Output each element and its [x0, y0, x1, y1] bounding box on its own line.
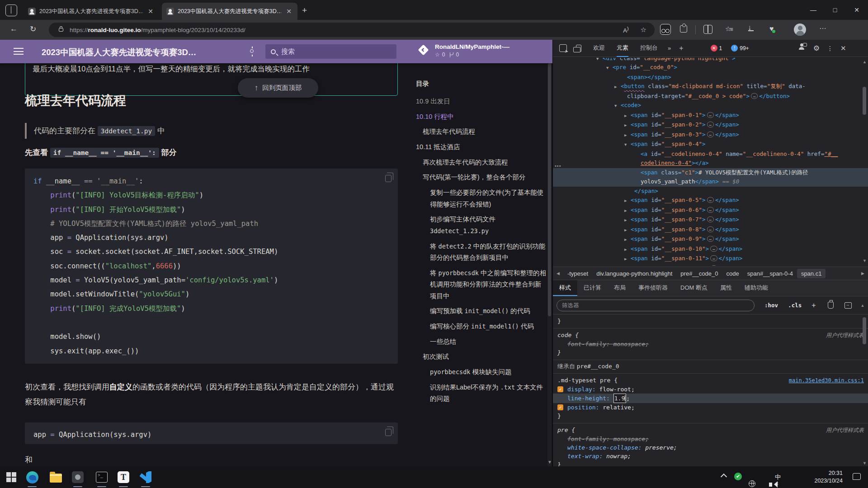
- feedback-icon[interactable]: [799, 47, 804, 50]
- dom-tree-row[interactable]: ▶<span id="__span-0-7">…</span>: [553, 215, 868, 225]
- window-minimize-button[interactable]: —: [803, 0, 824, 20]
- toc-item[interactable]: 一些总结: [416, 336, 547, 348]
- taskbar-file-explorer-icon[interactable]: [49, 470, 62, 484]
- stylesheet-link[interactable]: main.35e1ed30.min.css:1: [789, 376, 864, 385]
- toggle-hover-state-button[interactable]: :hov: [764, 302, 778, 309]
- browser-tab-2-active[interactable]: 2023中国机器人大赛先进视觉专项赛3D… ✕: [162, 3, 297, 20]
- toc-item[interactable]: 编写核心部分 init_model1() 代码: [416, 321, 547, 333]
- toc-item[interactable]: 初步编写主体代码文件 3ddetect_1.23.py: [416, 214, 547, 237]
- read-aloud-icon[interactable]: A): [623, 26, 628, 34]
- breadcrumb-item[interactable]: pre#__code_0: [676, 269, 722, 278]
- split-screen-icon[interactable]: [703, 25, 712, 34]
- dom-tree-row[interactable]: ▶<span id="__span-0-6">…</span>: [553, 206, 868, 216]
- toc-item[interactable]: 将 pyorbbecsdk 中之前编写和整理的相机调用功能和分割算法的文件整合到…: [416, 267, 547, 302]
- dom-tree-row[interactable]: ▶<span id="__span-0-3">…</span>: [553, 130, 868, 140]
- breadcrumb-item[interactable]: code: [722, 269, 743, 278]
- taskbar-terminal-icon[interactable]: [95, 470, 108, 484]
- css-rule[interactable]: code {用户代理样式表font-family: monospace;}: [553, 328, 868, 360]
- css-property[interactable]: white-space-collapse: preserve;: [557, 443, 864, 452]
- downloads-icon[interactable]: ↓: [748, 23, 751, 32]
- styles-scroll-up-icon[interactable]: ▲: [861, 303, 865, 308]
- breadcrumb-left-icon[interactable]: ◀: [553, 271, 563, 276]
- css-property[interactable]: text-wrap: nowrap;: [557, 452, 864, 460]
- breadcrumb-item[interactable]: -typeset: [563, 269, 592, 278]
- styles-tab-3[interactable]: 事件侦听器: [632, 280, 674, 296]
- toc-item[interactable]: 写代码(第一轮比赛)，整合各个部分: [416, 172, 547, 183]
- styles-scrollbar[interactable]: ▼: [862, 316, 867, 465]
- toc-item[interactable]: 10.9 出发日: [416, 96, 547, 108]
- panel-icon[interactable]: [844, 302, 852, 309]
- toc-item[interactable]: 将 detect2.2 中的队友打包的识别功能部分的代码整合到新项目中: [416, 241, 547, 264]
- tab-actions-icon[interactable]: [5, 5, 17, 16]
- start-button[interactable]: [5, 470, 18, 484]
- browser-menu-icon[interactable]: …: [819, 23, 827, 31]
- browser-essentials-icon[interactable]: ♥: [769, 25, 774, 33]
- styles-tab-0[interactable]: 样式: [553, 280, 577, 296]
- dom-tree-row[interactable]: yolov5_yaml_path</span> == $0: [553, 177, 868, 187]
- element-row-menu-icon[interactable]: •••: [555, 163, 561, 169]
- gitee-repo-icon[interactable]: [418, 44, 429, 55]
- breadcrumb-right-icon[interactable]: ▶: [858, 271, 868, 276]
- css-property[interactable]: ✓display: flow-root;: [557, 385, 864, 394]
- elements-scrollbar[interactable]: ▲▼: [862, 60, 867, 263]
- dom-tree-row[interactable]: ▼<pre id="__code_0">: [553, 63, 868, 73]
- toc-item[interactable]: 再次梳理去年代码的大致流程: [416, 157, 547, 169]
- toc-item[interactable]: 10.11 抵达酒店: [416, 141, 547, 153]
- devtools-settings-icon[interactable]: ⚙: [813, 44, 820, 52]
- styles-filter-input[interactable]: 筛选器: [557, 300, 755, 311]
- lock-icon[interactable]: [59, 28, 63, 32]
- error-badge[interactable]: ✕1: [711, 45, 722, 52]
- dom-tree-row[interactable]: ▶<span id="__span-0-1">…</span>: [553, 111, 868, 121]
- favorite-star-icon[interactable]: ☆: [641, 26, 646, 34]
- tray-network-icon[interactable]: [749, 480, 755, 487]
- dom-tree-row[interactable]: <span></span>: [553, 73, 868, 82]
- tray-ime-indicator[interactable]: 中: [775, 473, 781, 481]
- devtools-tab-elements[interactable]: 元素: [617, 40, 628, 57]
- css-property[interactable]: font-family: monospace;: [557, 340, 864, 348]
- taskbar-app-icon[interactable]: [71, 470, 85, 484]
- toc-item[interactable]: 梳理去年代码流程: [416, 126, 547, 138]
- styles-tab-4[interactable]: DOM 断点: [674, 280, 714, 296]
- dom-tree-row[interactable]: ▶<span id="__span-0-8">…</span>: [553, 225, 868, 235]
- back-button[interactable]: ←: [10, 24, 18, 33]
- site-search-box[interactable]: 搜索: [265, 44, 396, 59]
- styles-tab-2[interactable]: 布局: [608, 280, 632, 296]
- new-style-rule-button[interactable]: +: [811, 301, 816, 310]
- toc-item[interactable]: 识别结果Label不保存为 .txt 文本文件的问题: [416, 382, 547, 405]
- dom-tree-row[interactable]: </span>: [553, 187, 868, 196]
- profile-avatar[interactable]: [794, 23, 806, 36]
- toc-item[interactable]: 编写预加载 init_model() 的代码: [416, 305, 547, 317]
- tray-volume-muted-icon[interactable]: [769, 483, 772, 487]
- breadcrumb-item[interactable]: div.language-python.highlight: [592, 269, 676, 278]
- more-tabs-icon[interactable]: »: [668, 45, 671, 52]
- taskbar-edge-icon[interactable]: [25, 470, 39, 484]
- devtools-close-icon[interactable]: ✕: [840, 44, 846, 52]
- css-property[interactable]: ✓position: relative;: [557, 403, 864, 412]
- dom-tree-row[interactable]: <a id="__codelineno-0-4" name="__codelin…: [553, 150, 868, 159]
- toc-item[interactable]: 10.10 行程中: [416, 111, 547, 123]
- dom-tree-row[interactable]: clipboard-target="#__code_0 > code">…</b…: [553, 92, 868, 101]
- taskbar-vscode-icon[interactable]: [139, 470, 152, 484]
- inspect-element-icon[interactable]: [559, 44, 567, 52]
- breadcrumb-item[interactable]: span.c1: [797, 269, 826, 278]
- collections-icon[interactable]: ☆: [725, 25, 733, 33]
- dom-tree-row[interactable]: codelineno-0-4"></a>: [553, 159, 868, 168]
- issues-badge[interactable]: !99+: [731, 45, 749, 52]
- back-to-top-button[interactable]: ↑ 回到页面顶部: [238, 78, 318, 98]
- devtools-tab-console[interactable]: 控制台: [640, 40, 658, 57]
- toc-item[interactable]: 初次测试: [416, 351, 547, 363]
- tab-close-icon[interactable]: ✕: [285, 8, 293, 15]
- browser-tab-1[interactable]: 2023中国机器人大赛先进视觉专项赛3D… ✕: [24, 3, 159, 20]
- hamburger-menu-icon[interactable]: [14, 48, 24, 55]
- css-rule[interactable]: .md-typeset pre {main.35e1ed30.min.css:1…: [553, 374, 868, 423]
- css-property[interactable]: line-height: 1.9;: [553, 394, 868, 403]
- css-rule[interactable]: 继承自 pre#__code_0: [553, 360, 868, 374]
- styles-tab-1[interactable]: 已计算: [577, 280, 608, 296]
- repo-info[interactable]: RonaldLN/MyPamphlet-— ☆ 0 0: [435, 43, 509, 58]
- add-panel-icon[interactable]: +: [679, 44, 683, 52]
- dom-tree-row[interactable]: ▶<span id="__span-0-5">…</span>: [553, 196, 868, 206]
- devtools-tab-welcome[interactable]: 欢迎: [593, 40, 605, 57]
- dom-tree-row[interactable]: ▼<span id="__span-0-4">: [553, 140, 868, 150]
- page-scrollbar[interactable]: ▼: [547, 63, 552, 466]
- devtools-menu-icon[interactable]: ⋮: [827, 45, 833, 52]
